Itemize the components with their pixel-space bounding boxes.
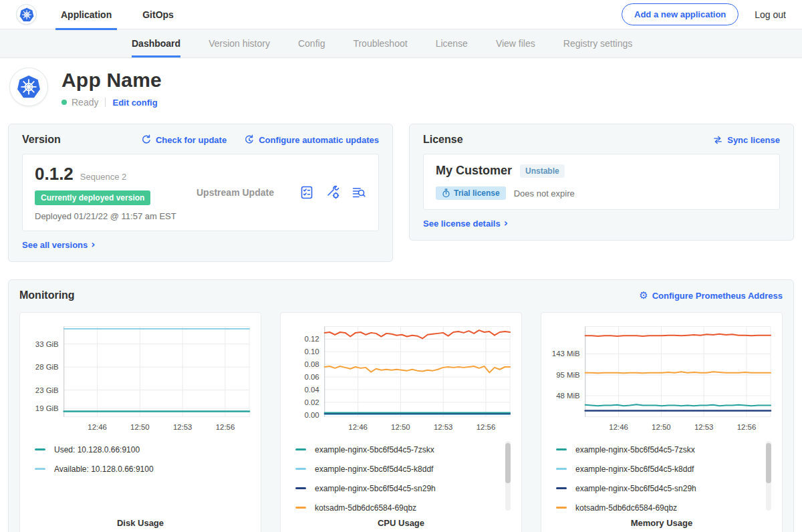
- legend-swatch-icon: [35, 468, 45, 470]
- logout-button[interactable]: Log out: [755, 9, 786, 20]
- legend-item: example-nginx-5bc6f5d4c5-7zskx: [295, 440, 512, 459]
- chart-title: CPU Usage: [287, 518, 515, 531]
- svg-text:12:56: 12:56: [737, 423, 757, 431]
- legend-swatch-icon: [556, 507, 567, 509]
- current-version-panel: 0.1.2 Sequence 2 Currently deployed vers…: [22, 154, 379, 231]
- legend-label: example-nginx-5bc6f5d4c5-sn29h: [575, 484, 696, 493]
- tab-troubleshoot[interactable]: Troubleshoot: [353, 29, 407, 57]
- add-application-button[interactable]: Add a new application: [622, 3, 739, 25]
- sync-license-link[interactable]: Sync license: [712, 135, 780, 145]
- legend-item: Available: 10.128.0.66:9100: [35, 459, 251, 479]
- tab-license[interactable]: License: [436, 29, 468, 57]
- divider: [105, 98, 106, 107]
- license-panel: My Customer Unstable Trial license Does …: [423, 154, 780, 210]
- nav-tab-gitops[interactable]: GitOps: [142, 0, 174, 29]
- trial-license-badge: Trial license: [436, 186, 506, 200]
- preflight-checks-icon[interactable]: [299, 185, 314, 200]
- legend-label: example-nginx-5bc6f5d4c5-7zskx: [315, 445, 434, 454]
- legend-item: example-nginx-5bc6f5d4c5-k8ddf: [556, 459, 773, 479]
- deployed-date: Deployed 01/21/22 @ 11:57 am EST: [35, 211, 188, 221]
- version-card-title: Version: [22, 134, 61, 146]
- app-header: App Name Ready Edit config: [0, 58, 802, 118]
- page-title: App Name: [61, 69, 162, 92]
- memory-usage-legend: example-nginx-5bc6f5d4c5-7zskxexample-ng…: [556, 440, 773, 517]
- nav-tab-application[interactable]: Application: [61, 0, 112, 29]
- version-sequence: Sequence 2: [80, 172, 126, 182]
- app-logo-icon: [9, 68, 48, 106]
- scrollbar-thumb[interactable]: [766, 443, 771, 483]
- legend-swatch-icon: [556, 487, 567, 489]
- legend-item: example-nginx-5bc6f5d4c5-sn29h: [295, 479, 512, 498]
- edit-config-link[interactable]: Edit config: [112, 98, 157, 108]
- tab-dashboard[interactable]: Dashboard: [132, 29, 180, 57]
- legend-label: kotsadm-5db6dc6584-69qbz: [575, 503, 677, 513]
- legend-item: Used: 10.128.0.66:9100: [35, 440, 251, 459]
- configure-wrench-icon[interactable]: [325, 185, 340, 200]
- tab-registry-settings[interactable]: Registry settings: [563, 29, 632, 57]
- tab-version-history[interactable]: Version history: [209, 29, 270, 57]
- svg-text:0.04: 0.04: [304, 386, 319, 394]
- configure-automatic-updates-link[interactable]: Configure automatic updates: [244, 134, 379, 145]
- channel-badge: Unstable: [520, 164, 565, 178]
- configure-prometheus-link[interactable]: ⚙ Configure Prometheus Address: [639, 289, 783, 301]
- svg-text:48 MiB: 48 MiB: [556, 392, 580, 400]
- cpu-usage-legend: example-nginx-5bc6f5d4c5-7zskxexample-ng…: [295, 440, 512, 517]
- cpu-usage-chart[interactable]: 12:4612:5012:5312:560.000.020.040.060.08…: [287, 319, 515, 434]
- monitoring-card: Monitoring ⚙ Configure Prometheus Addres…: [8, 279, 794, 532]
- kubernetes-logo-icon: [16, 4, 37, 25]
- legend-swatch-icon: [295, 468, 306, 470]
- version-card: Version Check for update Configure autom…: [8, 124, 393, 262]
- check-for-update-link[interactable]: Check for update: [141, 134, 227, 145]
- stopwatch-icon: [442, 188, 450, 198]
- legend-swatch-icon: [35, 448, 45, 450]
- svg-text:28 GiB: 28 GiB: [35, 363, 59, 371]
- svg-text:33 GiB: 33 GiB: [35, 340, 59, 348]
- svg-text:0.02: 0.02: [304, 398, 319, 406]
- see-all-versions-link[interactable]: See all versions ›: [22, 240, 95, 250]
- svg-text:12:46: 12:46: [88, 423, 107, 431]
- sync-icon: [712, 135, 723, 145]
- legend-swatch-icon: [295, 448, 306, 450]
- deployed-badge: Currently deployed version: [35, 190, 150, 205]
- gear-icon: ⚙: [639, 289, 648, 301]
- legend-label: example-nginx-5bc6f5d4c5-7zskx: [575, 445, 695, 454]
- legend-label: Available: 10.128.0.66:9100: [54, 464, 154, 474]
- status-text: Ready: [72, 97, 98, 108]
- svg-text:95 MiB: 95 MiB: [556, 371, 580, 379]
- see-license-details-link[interactable]: See license details ›: [423, 219, 508, 229]
- legend-scrollbar[interactable]: [766, 441, 771, 511]
- version-number: 0.1.2: [35, 164, 74, 184]
- license-card-title: License: [423, 134, 463, 146]
- legend-swatch-icon: [556, 468, 567, 470]
- svg-text:19 GiB: 19 GiB: [35, 404, 59, 412]
- legend-item: example-nginx-5bc6f5d4c5-7zskx: [556, 440, 773, 459]
- legend-label: Used: 10.128.0.66:9100: [54, 445, 140, 454]
- svg-text:0.06: 0.06: [304, 373, 319, 381]
- monitoring-title: Monitoring: [19, 289, 75, 301]
- license-expiry: Does not expire: [514, 188, 575, 198]
- status-dot-icon: [61, 100, 67, 105]
- legend-label: example-nginx-5bc6f5d4c5-sn29h: [315, 484, 436, 493]
- svg-text:143 MiB: 143 MiB: [552, 350, 580, 358]
- tab-config[interactable]: Config: [298, 29, 325, 57]
- view-logs-icon[interactable]: [352, 185, 366, 200]
- legend-swatch-icon: [556, 448, 567, 450]
- svg-text:12:50: 12:50: [391, 423, 410, 431]
- svg-text:23 GiB: 23 GiB: [35, 386, 59, 394]
- svg-text:12:46: 12:46: [609, 423, 628, 431]
- svg-text:12:56: 12:56: [216, 423, 235, 431]
- disk-usage-panel: 12:4612:5012:5312:5619 GiB23 GiB28 GiB33…: [19, 312, 261, 532]
- legend-item: example-nginx-5bc6f5d4c5-k8ddf: [295, 459, 512, 479]
- svg-text:12:56: 12:56: [477, 423, 496, 431]
- scrollbar-thumb[interactable]: [505, 443, 511, 483]
- memory-usage-chart[interactable]: 12:4612:5012:5312:5648 MiB95 MiB143 MiB: [548, 319, 775, 434]
- disk-usage-chart[interactable]: 12:4612:5012:5312:5619 GiB23 GiB28 GiB33…: [27, 319, 254, 434]
- chart-title: Memory Usage: [548, 518, 775, 531]
- legend-item: example-nginx-5bc6f5d4c5-sn29h: [556, 479, 773, 498]
- tab-view-files[interactable]: View files: [496, 29, 535, 57]
- legend-label: example-nginx-5bc6f5d4c5-k8ddf: [315, 464, 433, 474]
- svg-text:12:50: 12:50: [130, 423, 150, 431]
- svg-text:0.00: 0.00: [304, 411, 319, 419]
- legend-scrollbar[interactable]: [505, 441, 511, 511]
- top-nav: Application GitOps Add a new application…: [0, 0, 802, 29]
